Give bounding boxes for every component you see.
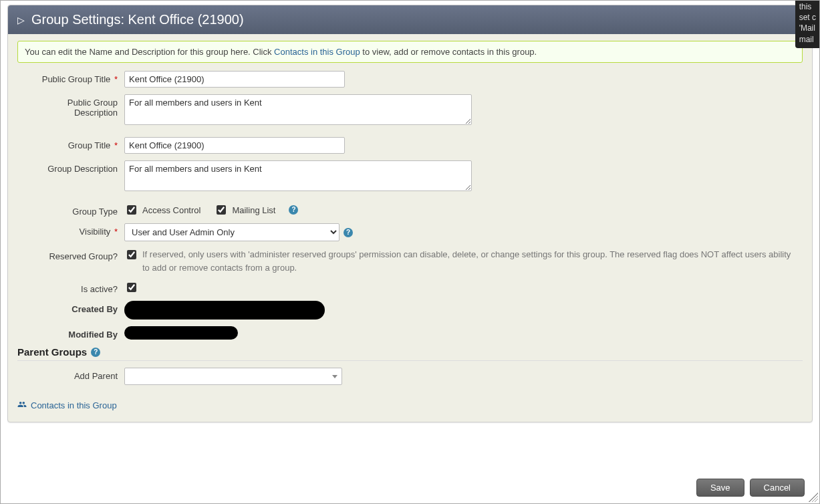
tooltip-line: set c xyxy=(799,13,816,22)
tooltip-fragment: this set c 'Mail mail xyxy=(795,0,820,48)
label-public-group-title: Public Group Title * xyxy=(17,71,124,84)
label-created-by: Created By xyxy=(17,301,124,314)
collapse-icon[interactable]: ▷ xyxy=(17,15,25,25)
contacts-link-text: Contacts in this Group xyxy=(31,400,117,410)
tooltip-line: mail xyxy=(799,35,814,44)
parent-groups-heading: Parent Groups ? xyxy=(17,346,803,361)
public-group-title-input[interactable] xyxy=(124,71,345,88)
info-banner: You can edit the Name and Description fo… xyxy=(17,41,803,63)
created-by-value-redacted xyxy=(124,301,325,320)
info-text-before: You can edit the Name and Description fo… xyxy=(25,47,274,57)
group-description-textarea[interactable] xyxy=(124,160,472,191)
chevron-down-icon xyxy=(332,375,337,378)
label-reserved-group: Reserved Group? xyxy=(17,248,124,261)
label-group-title: Group Title * xyxy=(17,137,124,150)
visibility-select[interactable]: User and User Admin Only xyxy=(124,223,339,241)
required-marker: * xyxy=(112,140,118,150)
cancel-button[interactable]: Cancel xyxy=(750,479,805,497)
label-public-group-description: Public Group Description xyxy=(17,94,124,118)
public-group-description-textarea[interactable] xyxy=(124,94,472,125)
required-marker: * xyxy=(112,74,118,84)
label-modified-by: Modified By xyxy=(17,326,124,340)
tooltip-line: this xyxy=(799,2,812,11)
label-group-type: Group Type xyxy=(17,203,124,217)
tooltip-line: 'Mail xyxy=(799,23,815,33)
panel-header: ▷ Group Settings: Kent Office (21900) xyxy=(8,5,812,34)
mailing-list-label: Mailing List xyxy=(232,205,275,215)
access-control-label: Access Control xyxy=(142,205,200,215)
add-parent-select[interactable] xyxy=(124,368,342,385)
reserved-group-checkbox[interactable] xyxy=(127,250,136,259)
help-icon[interactable]: ? xyxy=(91,348,100,357)
info-text-after: to view, add or remove contacts in this … xyxy=(360,47,537,57)
required-marker: * xyxy=(112,227,118,237)
help-icon[interactable]: ? xyxy=(289,205,298,215)
contacts-in-group-link-inline[interactable]: Contacts in this Group xyxy=(274,47,360,57)
is-active-checkbox[interactable] xyxy=(127,283,136,292)
help-icon[interactable]: ? xyxy=(344,228,353,237)
page-title: Group Settings: Kent Office (21900) xyxy=(31,12,244,27)
label-is-active: Is active? xyxy=(17,281,124,294)
contacts-in-group-link[interactable]: Contacts in this Group xyxy=(17,400,117,411)
label-visibility: Visibility * xyxy=(17,223,124,237)
save-button[interactable]: Save xyxy=(696,479,744,497)
mailing-list-checkbox[interactable] xyxy=(217,205,226,215)
resize-grip-icon xyxy=(809,493,818,502)
modified-by-value-redacted xyxy=(124,326,238,340)
access-control-checkbox[interactable] xyxy=(127,205,136,215)
group-title-input[interactable] xyxy=(124,137,345,154)
reserved-help-text: If reserved, only users with 'administer… xyxy=(142,248,797,274)
users-icon xyxy=(17,400,27,411)
label-group-description: Group Description xyxy=(17,160,124,174)
label-add-parent: Add Parent xyxy=(17,368,124,381)
group-settings-panel: ▷ Group Settings: Kent Office (21900) Yo… xyxy=(7,5,813,422)
